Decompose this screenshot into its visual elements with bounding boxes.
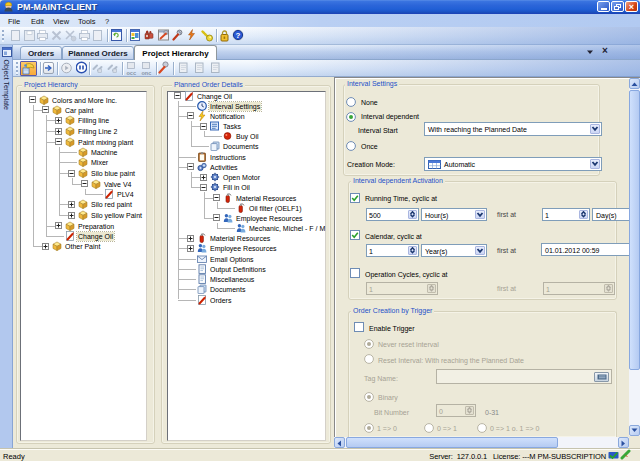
svg-text:?: ? <box>236 31 241 40</box>
